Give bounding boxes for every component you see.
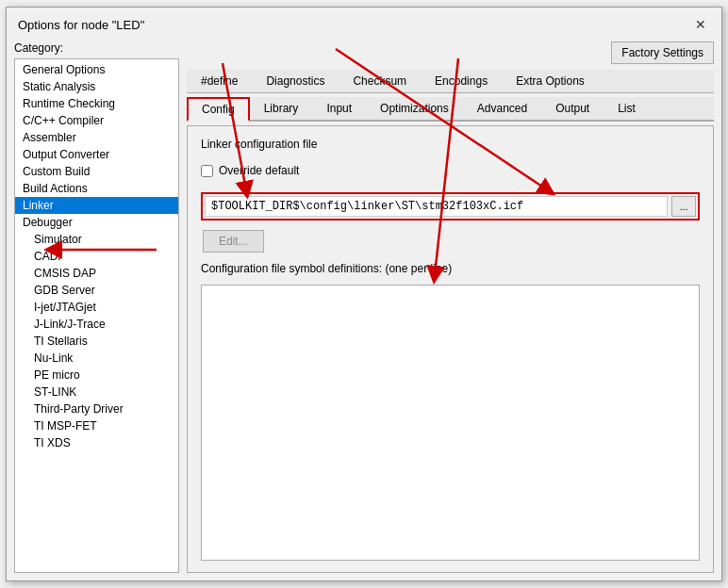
category-item[interactable]: Assembler — [15, 129, 178, 146]
tab-checksum[interactable]: Checksum — [339, 70, 421, 92]
edit-button[interactable]: Edit... — [203, 230, 264, 253]
linker-file-row: ... — [201, 192, 700, 220]
category-item[interactable]: I-jet/JTAGjet — [15, 299, 178, 316]
tabs-row2: ConfigLibraryInputOptimizationsAdvancedO… — [187, 97, 714, 122]
tab-library[interactable]: Library — [250, 97, 313, 120]
category-item[interactable]: CMSIS DAP — [15, 265, 178, 282]
override-label: Override default — [219, 164, 299, 177]
tab-optimizations[interactable]: Optimizations — [366, 97, 463, 120]
category-item[interactable]: PE micro — [15, 367, 178, 384]
close-button[interactable]: ✕ — [691, 15, 710, 34]
category-label: Category: — [14, 41, 179, 55]
linker-file-input[interactable] — [205, 196, 668, 217]
tabs-row1: #defineDiagnosticsChecksumEncodingsExtra… — [187, 70, 714, 93]
tab-advanced[interactable]: Advanced — [463, 97, 541, 120]
category-item[interactable]: Linker — [15, 197, 178, 214]
tab-output[interactable]: Output — [541, 97, 604, 120]
category-item[interactable]: General Options — [15, 61, 178, 78]
tab--define[interactable]: #define — [187, 70, 252, 92]
tab-list[interactable]: List — [604, 97, 650, 120]
category-item[interactable]: ST-LINK — [15, 384, 178, 400]
content-area: Linker configuration file Override defau… — [187, 125, 714, 573]
category-item[interactable]: Debugger — [15, 214, 178, 231]
category-item[interactable]: TI Stellaris — [15, 333, 178, 350]
category-item[interactable]: Third-Party Driver — [15, 400, 178, 417]
symbol-defs-label: Configuration file symbol definitions: (… — [201, 262, 700, 275]
tab-input[interactable]: Input — [312, 97, 366, 120]
category-item[interactable]: Build Actions — [15, 180, 178, 197]
category-item[interactable]: Runtime Checking — [15, 95, 178, 112]
dialog-title: Options for node "LED" — [18, 18, 144, 32]
tab-encodings[interactable]: Encodings — [421, 70, 502, 92]
symbol-defs-textarea[interactable] — [201, 285, 700, 561]
tab-config[interactable]: Config — [187, 97, 250, 122]
category-item[interactable]: Nu-Link — [15, 350, 178, 367]
category-item[interactable]: Static Analysis — [15, 78, 178, 95]
override-default-checkbox[interactable] — [201, 165, 213, 177]
category-item[interactable]: J-Link/J-Trace — [15, 316, 178, 333]
category-list: General OptionsStatic AnalysisRuntime Ch… — [14, 58, 179, 573]
category-item[interactable]: GDB Server — [15, 282, 178, 299]
category-item[interactable]: TI MSP-FET — [15, 417, 178, 434]
category-item[interactable]: Output Converter — [15, 146, 178, 163]
browse-button[interactable]: ... — [671, 196, 696, 217]
tab-diagnostics[interactable]: Diagnostics — [252, 70, 339, 92]
category-item[interactable]: Custom Build — [15, 163, 178, 180]
category-item[interactable]: C/C++ Compiler — [15, 112, 178, 129]
linker-config-title: Linker configuration file — [201, 138, 700, 151]
category-item[interactable]: Simulator — [15, 231, 178, 248]
category-item[interactable]: CADI — [15, 248, 178, 265]
factory-settings-button[interactable]: Factory Settings — [611, 41, 714, 64]
tab-extra-options[interactable]: Extra Options — [502, 70, 599, 92]
category-item[interactable]: TI XDS — [15, 434, 178, 451]
